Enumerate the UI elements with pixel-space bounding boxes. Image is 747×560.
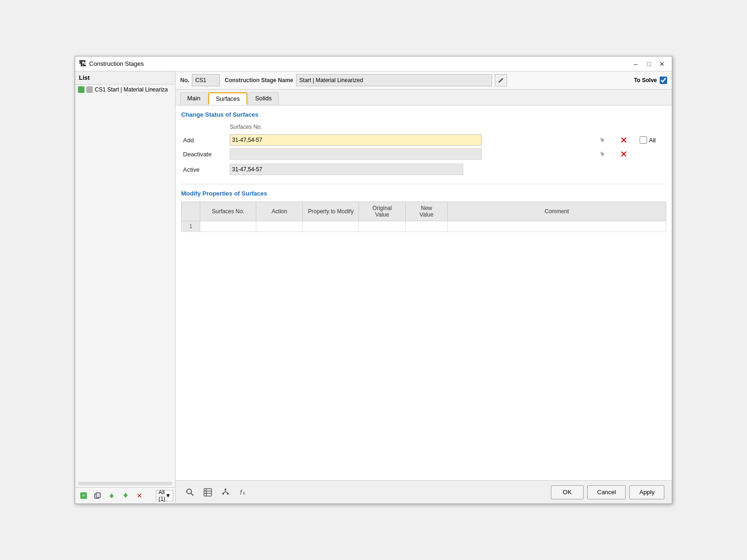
- move-down-button[interactable]: [119, 490, 132, 502]
- titlebar-left: 🏗 Construction Stages: [79, 60, 144, 68]
- row-comment-1[interactable]: [448, 221, 666, 232]
- svg-line-13: [191, 493, 193, 496]
- sidebar-filter-dropdown[interactable]: All (1) ▼: [156, 490, 173, 501]
- no-field: No.: [180, 74, 220, 86]
- tosolve-section: To Solve: [634, 74, 667, 86]
- search-icon-button[interactable]: [183, 486, 197, 499]
- row-original-1[interactable]: [359, 221, 406, 232]
- no-input[interactable]: [192, 74, 220, 86]
- col-comment: Comment: [448, 202, 666, 221]
- add-row: Add 🖱: [181, 133, 666, 147]
- surfaces-no-column-header: Surfaces No.: [228, 123, 595, 133]
- row-new-value-1[interactable]: [406, 221, 448, 232]
- app-icon: 🏗: [79, 60, 86, 68]
- add-input[interactable]: [230, 134, 482, 146]
- svg-rect-5: [111, 497, 113, 498]
- col-original: OriginalValue: [359, 202, 406, 221]
- sidebar-item-label: CS1 Start | Material Lineariza: [95, 86, 168, 93]
- all-checkbox-row: All: [640, 136, 664, 144]
- name-input[interactable]: [296, 74, 492, 86]
- name-label: Construction Stage Name: [225, 77, 293, 84]
- cancel-button[interactable]: Cancel: [587, 485, 626, 499]
- deactivate-label: Deactivate: [181, 147, 228, 161]
- right-panel: No. Construction Stage Name To Solve: [176, 71, 672, 504]
- cursor-icon: 🖱: [599, 137, 605, 143]
- sidebar-list: CS1 Start | Material Lineariza: [75, 84, 175, 480]
- col-new-value: NewValue: [406, 202, 448, 221]
- svg-point-18: [225, 489, 226, 490]
- active-input[interactable]: [230, 164, 463, 175]
- delete-stage-button[interactable]: ✕: [133, 490, 146, 502]
- svg-text:+: +: [82, 492, 85, 499]
- section-divider: [181, 184, 666, 184]
- svg-point-23: [227, 493, 229, 495]
- sidebar-scrollbar[interactable]: [78, 482, 172, 485]
- row-num-1: 1: [182, 221, 200, 232]
- svg-marker-4: [109, 493, 114, 497]
- titlebar: 🏗 Construction Stages – □ ✕: [75, 56, 672, 71]
- apply-button[interactable]: Apply: [629, 485, 664, 499]
- change-status-title: Change Status of Surfaces: [181, 111, 666, 118]
- add-clear-button[interactable]: [618, 134, 629, 146]
- deactivate-clear-button[interactable]: [618, 148, 629, 160]
- cursor-icon-2: 🖱: [599, 151, 605, 157]
- move-up-button[interactable]: [105, 490, 118, 502]
- bottom-left-icons: fx: [183, 486, 250, 499]
- svg-rect-14: [204, 489, 211, 496]
- tab-surfaces[interactable]: Surfaces: [208, 92, 247, 105]
- svg-line-20: [223, 492, 226, 493]
- table-icon-button[interactable]: [201, 486, 215, 499]
- ok-button[interactable]: OK: [551, 485, 584, 499]
- tab-solids[interactable]: Solids: [248, 92, 279, 105]
- bottom-right-buttons: OK Cancel Apply: [551, 485, 664, 499]
- formula-icon-button[interactable]: fx: [236, 486, 250, 499]
- col-action: Action: [256, 202, 303, 221]
- change-status-table: Surfaces No. Add: [181, 123, 666, 176]
- deactivate-select-button[interactable]: 🖱: [597, 148, 608, 160]
- tree-icon-button[interactable]: [218, 486, 233, 499]
- name-field: Construction Stage Name: [225, 74, 629, 86]
- sidebar-header: List: [75, 71, 175, 84]
- svg-text:x: x: [243, 490, 245, 496]
- modify-properties-table: Surfaces No. Action Property to Modify O…: [181, 202, 666, 232]
- col-num: [182, 202, 200, 221]
- row-action-1[interactable]: [256, 221, 303, 232]
- col-property: Property to Modify: [303, 202, 359, 221]
- tosolve-checkbox[interactable]: [660, 77, 667, 84]
- all-label: All: [649, 137, 655, 144]
- surfaces-tab-content: Change Status of Surfaces Surfaces No.: [176, 105, 672, 480]
- svg-marker-6: [123, 495, 128, 498]
- row-property-1[interactable]: [303, 221, 359, 232]
- row-surfaces-no-1[interactable]: [200, 221, 256, 232]
- bottom-toolbar: fx OK Cancel Apply: [176, 480, 672, 504]
- svg-point-12: [187, 489, 191, 494]
- maximize-button[interactable]: □: [643, 59, 655, 69]
- close-button[interactable]: ✕: [656, 59, 668, 69]
- add-label: Add: [181, 133, 228, 147]
- deactivate-input[interactable]: [230, 148, 482, 160]
- header-row: No. Construction Stage Name To Solve: [176, 71, 672, 90]
- all-checkbox[interactable]: [640, 136, 647, 144]
- main-window: 🏗 Construction Stages – □ ✕ List CS1 Sta…: [75, 56, 672, 504]
- minimize-button[interactable]: –: [630, 59, 642, 69]
- table-row: 1: [182, 221, 666, 232]
- col-surfaces-no: Surfaces No.: [200, 202, 256, 221]
- main-content: List CS1 Start | Material Lineariza +: [75, 71, 672, 504]
- no-label: No.: [180, 77, 189, 84]
- cs1-color-icon: [78, 86, 85, 93]
- active-row: Active: [181, 161, 666, 176]
- copy-stage-button[interactable]: [91, 490, 104, 502]
- cs1-color-box: [86, 86, 93, 93]
- sidebar-item-cs1[interactable]: CS1 Start | Material Lineariza: [75, 84, 175, 95]
- edit-name-button[interactable]: [495, 74, 507, 86]
- titlebar-buttons: – □ ✕: [630, 59, 668, 69]
- dropdown-arrow-icon: ▼: [165, 492, 171, 499]
- deactivate-row: Deactivate 🖱: [181, 147, 666, 161]
- sidebar: List CS1 Start | Material Lineariza +: [75, 71, 176, 504]
- add-select-button[interactable]: 🖱: [597, 134, 608, 146]
- tab-main[interactable]: Main: [180, 92, 207, 105]
- tosolve-label: To Solve: [634, 77, 657, 84]
- add-stage-button[interactable]: +: [77, 490, 90, 502]
- sidebar-toolbar: + ✕ All (1) ▼: [75, 487, 175, 504]
- svg-rect-7: [125, 493, 127, 495]
